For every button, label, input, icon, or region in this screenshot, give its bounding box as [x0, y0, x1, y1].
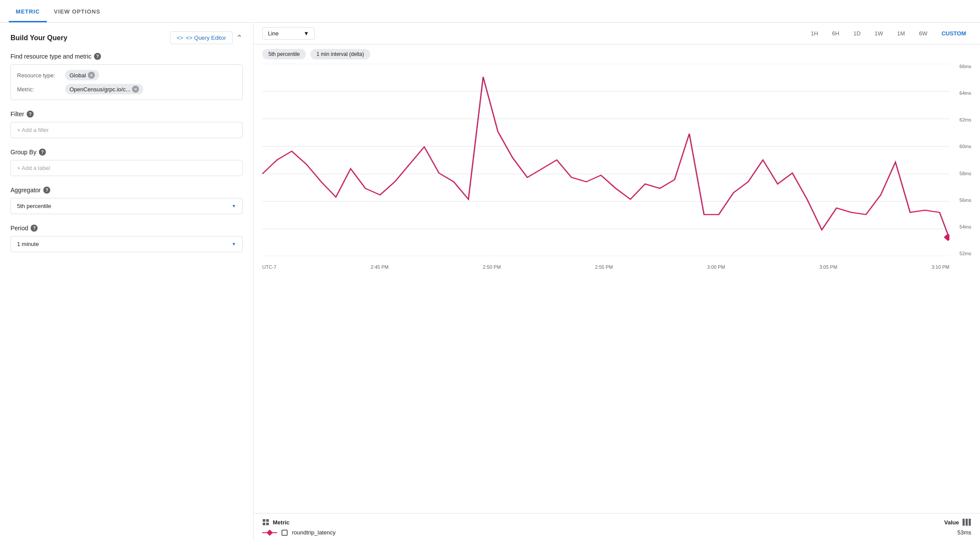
chart-type-value: Line [268, 30, 279, 37]
metric-label: Metric: [17, 86, 65, 93]
filter-input[interactable]: + Add a filter [10, 122, 243, 138]
aggregator-text: Aggregator [10, 187, 41, 194]
period-help-icon[interactable]: ? [31, 225, 38, 232]
metric-remove[interactable]: ✕ [132, 86, 139, 93]
time-btn-1m[interactable]: 1M [892, 28, 910, 39]
resource-box: Resource type: Global ✕ Metric: OpenCens… [10, 64, 243, 100]
svg-rect-9 [266, 519, 269, 522]
svg-rect-10 [263, 523, 265, 525]
time-btn-1h[interactable]: 1H [806, 28, 824, 39]
filter-label: Filter ? [10, 111, 243, 118]
chevron-up-icon: ⌃ [236, 33, 243, 43]
time-btn-custom[interactable]: CUSTOM [936, 28, 971, 39]
metric-value: OpenCensus/grpc.io/c... [70, 86, 130, 93]
filter-help-icon[interactable]: ? [27, 111, 34, 118]
find-resource-help-icon[interactable]: ? [94, 53, 101, 60]
filter-placeholder: + Add a filter [17, 127, 49, 133]
period-text: Period [10, 225, 28, 232]
right-panel: Line ▼ 1H 6H 1D 1W 1M 6W CUSTOM 5th perc… [254, 23, 980, 541]
time-btn-1d[interactable]: 1D [848, 28, 866, 39]
legend-header: Metric Value [262, 519, 971, 526]
y-label-56: 56ms [959, 198, 971, 203]
time-btn-6h[interactable]: 6H [827, 28, 845, 39]
chart-svg-area [262, 64, 949, 256]
resource-type-remove[interactable]: ✕ [88, 72, 95, 79]
legend-metric-col-text: Metric [273, 519, 289, 526]
time-btn-1w[interactable]: 1W [869, 28, 889, 39]
chart-type-select[interactable]: Line ▼ [262, 27, 315, 40]
chart-tags: 5th percentile 1 min interval (delta) [254, 45, 980, 64]
tab-view-options[interactable]: VIEW OPTIONS [47, 2, 107, 22]
svg-rect-11 [266, 523, 269, 525]
metric-row: Metric: OpenCensus/grpc.io/c... ✕ [17, 84, 236, 94]
find-resource-section: Find resource type and metric ? Resource… [10, 53, 243, 100]
svg-rect-16 [267, 530, 273, 536]
find-resource-text: Find resource type and metric [10, 53, 91, 60]
grid-icon [262, 519, 269, 526]
x-label-310: 3:10 PM [931, 264, 949, 270]
period-section: Period ? 1 minute ▼ [10, 225, 243, 252]
y-label-66: 66ms [959, 64, 971, 69]
period-label: Period ? [10, 225, 243, 232]
chart-svg [262, 64, 949, 256]
tab-metric[interactable]: METRIC [9, 2, 47, 22]
aggregator-help-icon[interactable]: ? [43, 187, 50, 194]
resource-type-row: Resource type: Global ✕ [17, 70, 236, 80]
chart-type-dropdown-arrow: ▼ [303, 30, 309, 37]
y-axis: 66ms 64ms 62ms 60ms 58ms 56ms 54ms 52ms [949, 64, 971, 256]
query-editor-label: <> Query Editor [186, 35, 226, 41]
tab-bar: METRIC VIEW OPTIONS [0, 0, 980, 23]
main-layout: Build Your Query <> <> Query Editor ⌃ Fi… [0, 23, 980, 541]
legend-row: roundtrip_latency 53ms [262, 529, 971, 536]
tag-5th-percentile: 5th percentile [262, 49, 306, 59]
chart-toolbar: Line ▼ 1H 6H 1D 1W 1M 6W CUSTOM [254, 23, 980, 45]
legend-checkbox[interactable] [281, 530, 288, 536]
column-adjust-icon[interactable] [963, 519, 971, 526]
svg-rect-14 [969, 519, 971, 526]
legend-metric-name: roundtrip_latency [292, 529, 336, 536]
x-label-250: 2:50 PM [483, 264, 501, 270]
y-label-54: 54ms [959, 224, 971, 229]
legend-value-label: Value [944, 519, 971, 526]
aggregator-label: Aggregator ? [10, 187, 243, 194]
aggregator-select[interactable]: 5th percentile ▼ [10, 198, 243, 214]
x-label-245: 2:45 PM [371, 264, 389, 270]
y-label-52: 52ms [959, 251, 971, 256]
legend-metric-label: Metric [262, 519, 289, 526]
build-query-actions: <> <> Query Editor ⌃ [170, 31, 243, 44]
period-value: 1 minute [17, 241, 39, 247]
resource-type-chip: Global ✕ [65, 70, 99, 80]
build-query-header: Build Your Query <> <> Query Editor ⌃ [10, 31, 243, 44]
group-by-help-icon[interactable]: ? [39, 149, 46, 156]
period-select[interactable]: 1 minute ▼ [10, 236, 243, 252]
resource-type-value: Global [70, 72, 86, 79]
y-label-60: 60ms [959, 144, 971, 149]
x-label-305: 3:05 PM [819, 264, 837, 270]
time-btn-6w[interactable]: 6W [914, 28, 933, 39]
svg-rect-12 [963, 519, 965, 526]
svg-rect-8 [263, 519, 265, 522]
filter-text: Filter [10, 111, 24, 118]
group-by-input[interactable]: + Add a label [10, 160, 243, 176]
collapse-button[interactable]: ⌃ [236, 33, 243, 43]
tag-interval: 1 min interval (delta) [310, 49, 370, 59]
y-label-62: 62ms [959, 117, 971, 122]
resource-type-label: Resource type: [17, 72, 65, 79]
x-axis: UTC-7 2:45 PM 2:50 PM 2:55 PM 3:00 PM 3:… [262, 260, 949, 274]
metric-chip: OpenCensus/grpc.io/c... ✕ [65, 84, 143, 94]
legend-line-indicator [262, 530, 277, 536]
aggregator-value: 5th percentile [17, 203, 51, 209]
chart-area: 66ms 64ms 62ms 60ms 58ms 56ms 54ms 52ms [254, 64, 980, 513]
aggregator-dropdown-arrow: ▼ [232, 204, 236, 208]
find-resource-label: Find resource type and metric ? [10, 53, 243, 60]
build-query-title: Build Your Query [10, 34, 67, 42]
left-panel: Build Your Query <> <> Query Editor ⌃ Fi… [0, 23, 254, 541]
y-label-58: 58ms [959, 171, 971, 176]
legend-metric-value: 53ms [957, 529, 971, 536]
group-by-section: Group By ? + Add a label [10, 149, 243, 176]
legend-area: Metric Value [254, 513, 980, 541]
query-editor-button[interactable]: <> <> Query Editor [170, 31, 233, 44]
group-by-text: Group By [10, 149, 36, 156]
aggregator-section: Aggregator ? 5th percentile ▼ [10, 187, 243, 214]
x-label-utc: UTC-7 [262, 264, 276, 270]
